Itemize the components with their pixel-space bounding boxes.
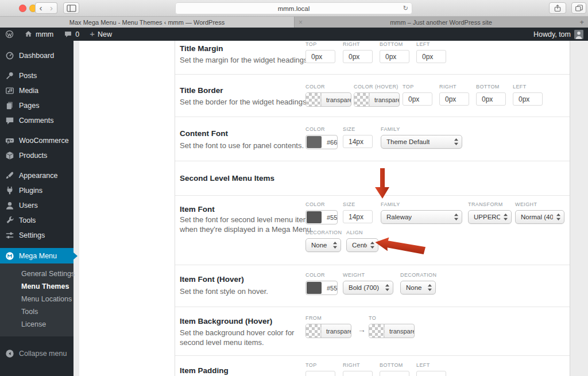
sidebar-item-posts[interactable]: Posts — [0, 68, 74, 83]
title-margin-left-input[interactable] — [416, 50, 446, 63]
sidebar-item-dashboard[interactable]: Dashboard — [0, 48, 74, 63]
tab-wordpress-site[interactable]: × mmm – Just another WordPress site + — [294, 17, 588, 28]
sidebar-item-products[interactable]: Products — [0, 148, 74, 163]
item-font-color-swatch[interactable]: #555 — [305, 210, 338, 224]
product-box-icon — [5, 151, 14, 160]
dashboard-icon — [5, 51, 14, 60]
color-block-icon — [307, 211, 322, 223]
submenu-item-menu-themes[interactable]: Menu Themes — [0, 280, 74, 293]
paintbrush-icon — [5, 171, 14, 180]
content-font-color-swatch[interactable]: #666 — [305, 135, 338, 149]
theme-editor-left-panel — [79, 41, 175, 376]
field-label: FAMILY — [381, 201, 462, 207]
address-bar[interactable]: mmm.local ↻ — [175, 2, 412, 14]
title-border-left-input[interactable] — [513, 92, 543, 106]
row-content-font: Content Font Set the font to use for pan… — [175, 117, 570, 161]
sidebar-item-mega-menu[interactable]: Mega Menu — [0, 248, 74, 263]
item-font-transform-select[interactable]: UPPERCASE — [468, 210, 512, 224]
sidebar-toggle-icon — [67, 4, 76, 13]
item-font-weight-select[interactable]: Normal (400) — [515, 210, 564, 224]
new-tab-button[interactable]: + — [579, 18, 584, 26]
item-font-decoration-select[interactable]: None — [305, 238, 341, 252]
title-margin-top-input[interactable] — [305, 50, 335, 63]
field-label: RIGHT — [343, 362, 373, 368]
sidebar-item-media[interactable]: Media — [0, 83, 74, 98]
field-label: WEIGHT — [343, 272, 393, 278]
tab-overview-button[interactable] — [571, 2, 586, 14]
submenu-item-license[interactable]: License — [0, 318, 74, 331]
item-font-hover-weight-select[interactable]: Bold (700) — [343, 281, 393, 294]
tab-menu-themes[interactable]: Max Mega Menu - Menu Themes ‹ mmm — Word… — [0, 17, 294, 28]
forward-button[interactable]: › — [46, 2, 57, 14]
new-content-menu[interactable]: + New — [84, 28, 117, 41]
item-font-family-select[interactable]: Raleway — [381, 210, 462, 224]
field-label: BOTTOM — [380, 41, 409, 47]
submenu-item-general-settings[interactable]: General Settings — [0, 268, 74, 280]
setting-title: Title Border — [180, 86, 223, 95]
row-title-border: Title Border Set the border for the widg… — [175, 75, 570, 117]
submenu-item-tools[interactable]: Tools — [0, 305, 74, 318]
content-font-size-input[interactable] — [343, 135, 373, 148]
title-border-right-input[interactable] — [439, 92, 469, 106]
title-margin-right-input[interactable] — [343, 50, 373, 63]
sidebar-item-comments[interactable]: Comments — [0, 113, 74, 128]
item-font-hover-color-swatch[interactable]: #555 — [305, 281, 338, 295]
comments-menu[interactable]: 0 — [59, 28, 84, 41]
share-button[interactable] — [549, 2, 566, 14]
title-border-color-hover-swatch[interactable]: transparent — [354, 92, 400, 107]
row-item-font: Item Font Set the font for second level … — [175, 196, 570, 265]
select-stepper-icon — [454, 214, 458, 220]
wp-logo-menu[interactable] — [0, 28, 19, 41]
item-bg-hover-from-swatch[interactable]: transparent — [305, 324, 351, 338]
sidebar-item-woocommerce[interactable]: WooCommerce — [0, 133, 74, 148]
item-bg-hover-to-swatch[interactable]: transparent — [369, 324, 415, 338]
sidebar-item-tools[interactable]: Tools — [0, 213, 74, 228]
site-name-menu[interactable]: mmm — [19, 28, 59, 41]
collapse-menu-button[interactable]: Collapse menu — [0, 346, 74, 361]
item-font-align-select[interactable]: Center — [346, 238, 378, 252]
browser-sidebar-toggle-button[interactable] — [63, 2, 79, 14]
sidebar-item-appearance[interactable]: Appearance — [0, 168, 74, 183]
refresh-icon[interactable]: ↻ — [403, 5, 408, 12]
back-button[interactable]: ‹ — [35, 2, 47, 14]
field-label: COLOR — [305, 201, 338, 207]
submenu-item-menu-locations[interactable]: Menu Locations — [0, 293, 74, 305]
wp-admin-bar: mmm 0 + New Howdy, tom — [0, 28, 588, 41]
sidebar-item-users[interactable]: Users — [0, 198, 74, 213]
pages-icon — [5, 101, 14, 110]
mega-menu-icon — [5, 251, 14, 261]
item-padding-bottom-input[interactable] — [380, 371, 409, 376]
item-padding-top-input[interactable] — [305, 371, 335, 376]
transparency-checker-icon — [306, 324, 322, 338]
field-label: TRANSFORM — [468, 201, 512, 207]
plus-icon: + — [90, 29, 95, 38]
select-stepper-icon — [556, 214, 560, 220]
item-padding-left-input[interactable] — [416, 371, 446, 376]
content-font-family-select[interactable]: Theme Default — [381, 135, 462, 149]
close-window-button[interactable] — [19, 5, 26, 12]
my-account-menu[interactable]: Howdy, tom — [533, 30, 588, 39]
wordpress-logo-icon — [5, 30, 14, 38]
field-label: TOP — [305, 362, 335, 368]
setting-title: Item Background (Hover) — [180, 317, 272, 325]
title-margin-bottom-input[interactable] — [380, 50, 409, 63]
close-tab-icon[interactable]: × — [299, 18, 303, 26]
settings-sliders-icon — [5, 231, 14, 240]
comment-bubble-icon — [64, 30, 72, 38]
field-label: COLOR — [305, 272, 338, 278]
media-icon — [5, 86, 14, 95]
select-stepper-icon — [370, 242, 374, 249]
sidebar-item-pages[interactable]: Pages — [0, 98, 74, 113]
title-border-top-input[interactable] — [403, 92, 432, 106]
field-label: COLOR (HOVER) — [354, 84, 400, 90]
item-padding-right-input[interactable] — [343, 371, 373, 376]
title-border-bottom-input[interactable] — [476, 92, 506, 106]
title-border-color-swatch[interactable]: transparent — [305, 92, 351, 107]
sidebar-item-settings[interactable]: Settings — [0, 228, 74, 243]
select-stepper-icon — [454, 138, 458, 145]
sidebar-item-plugins[interactable]: Plugins — [0, 183, 74, 198]
field-label: TOP — [305, 41, 335, 47]
back-chevron-icon: ‹ — [40, 3, 42, 12]
item-font-size-input[interactable] — [343, 210, 373, 223]
item-font-hover-decoration-select[interactable]: None — [400, 281, 436, 294]
